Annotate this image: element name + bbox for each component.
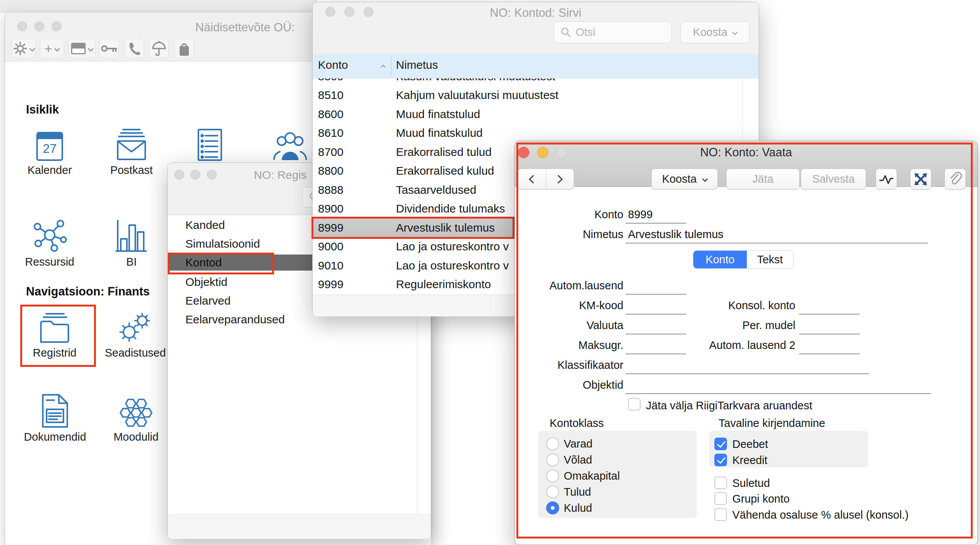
launcher-dokumendid[interactable]: Dokumendid [13,396,97,443]
expand-button[interactable] [910,169,931,190]
network-icon [32,219,67,253]
checkbox-grupi-konto[interactable] [714,492,727,505]
search-icon [560,27,572,38]
search-field[interactable]: Otsi [554,21,672,43]
table-row[interactable]: 8610Muud finatskulud [313,123,759,143]
zoom-button[interactable] [363,7,373,17]
radio-omakapital[interactable] [546,469,559,482]
zoom-button[interactable] [207,170,217,180]
konsol-konto-field[interactable] [799,301,860,315]
launcher-bi[interactable]: BI [89,221,174,268]
minimize-button[interactable] [34,21,44,31]
launcher-tasks[interactable] [168,129,252,161]
koosta-button[interactable]: Koosta [651,169,718,190]
km-kood-field[interactable] [626,301,686,315]
klassifikaator-field[interactable] [626,360,869,374]
close-button[interactable] [17,21,27,31]
checkbox-deebet[interactable] [714,438,727,450]
kontoklass-heading: Kontoklass [550,417,664,430]
sort-asc-icon [381,65,386,70]
launcher-postkast[interactable]: Postkast [89,129,174,177]
checkbox-vahenda[interactable] [714,508,727,521]
launcher-registrid[interactable]: Registrid [13,311,97,359]
phone-button[interactable] [124,39,144,58]
settings-gear-button[interactable] [11,39,36,58]
zoom-button[interactable] [52,21,62,31]
pulse-icon [878,173,895,186]
list-icon [198,129,222,161]
col-nimetus[interactable]: Nimetus [396,58,438,71]
radio-volad[interactable] [546,453,559,466]
radio-varad[interactable] [546,437,559,450]
table-row[interactable]: 8600Muud finatstulud [313,105,759,124]
window-title: NO: Kontod: Sirvi [490,6,581,20]
minimize-button[interactable] [190,170,200,180]
nimetus-label: Nimetus [528,228,623,241]
valuuta-field[interactable] [626,321,686,334]
koosta-button[interactable]: Koosta [680,21,750,43]
radio-volad-label: Võlad [564,454,592,466]
per-mudel-field[interactable] [799,321,860,334]
tab-konto[interactable]: Konto [693,251,747,268]
launcher-ressursid[interactable]: Ressursid [8,221,92,268]
login-key-button[interactable] [99,39,119,58]
bar-chart-icon [115,219,148,253]
gear-icon [13,42,27,55]
forward-button[interactable] [546,169,574,189]
tab-bar: Konto Tekst [693,251,793,268]
minimize-button[interactable] [344,7,354,17]
autom-lausend-field[interactable] [626,281,686,295]
objektid-field[interactable] [626,380,931,394]
salvesta-button[interactable]: Salvesta [801,169,866,190]
jata-button[interactable]: Jäta [726,169,800,190]
radio-tulud[interactable] [546,485,559,498]
expand-icon [913,172,928,187]
close-button[interactable] [518,147,529,158]
attachment-button[interactable] [944,169,966,190]
back-button[interactable] [518,169,546,189]
radio-kulud[interactable] [546,501,559,514]
table-row[interactable]: 8510Kahjum valuutakursi muutustest [313,86,759,105]
checkbox-suletud[interactable] [714,477,727,489]
key-icon [101,43,118,54]
klassifikaator-label: Klassifikaator [515,359,623,371]
window-title: NO: Konto: Vaata [700,146,792,159]
maksugr-field[interactable] [626,341,686,354]
chevron-down-icon [88,45,94,52]
zoom-button[interactable] [556,147,568,158]
window-view-button[interactable] [68,39,96,58]
valuuta-label: Valuuta [515,319,623,332]
close-button[interactable] [174,170,184,180]
phone-icon [127,41,141,56]
autom-lausend2-field[interactable] [799,341,860,354]
tab-tekst[interactable]: Tekst [747,251,793,268]
checkbox-vahenda-label: Vähenda osaluse % alusel (konsol.) [732,509,909,521]
riigitarkvara-checkbox[interactable] [628,398,641,410]
autom-lausend-label: Autom.lausend [515,279,623,292]
section-finants: Navigatsioon: Finants [26,285,150,298]
activity-button[interactable] [876,169,897,190]
shop-bag-button[interactable] [174,39,194,58]
table-row[interactable]: 8500Kasum valuutakursi muutustest [313,78,759,86]
add-button[interactable]: + [40,39,64,58]
column-divider[interactable] [391,56,391,76]
chevron-down-icon [702,176,708,182]
launcher-seadistused[interactable]: Seadistused [93,311,177,359]
umbrella-button[interactable] [149,39,169,58]
minimize-button[interactable] [537,147,548,158]
launcher-kalender[interactable]: 27 Kalender [8,129,92,177]
umbrella-icon [151,41,167,56]
close-button[interactable] [325,7,335,17]
chevron-down-icon [54,45,60,52]
vaata-titlebar: NO: Konto: Vaata Koosta Jäta Salvesta [515,141,977,187]
list-header[interactable]: Konto Nimetus [313,54,759,78]
section-isiklik: Isiklik [26,103,59,117]
maksugr-label: Maksugr. [515,339,623,352]
paperclip-icon [948,171,962,187]
kontod-titlebar: NO: Kontod: Sirvi Otsi Koosta [313,2,759,54]
bag-icon [177,41,192,56]
launcher-moodulid[interactable]: Moodulid [94,396,178,443]
konsol-konto-label: Konsol. konto [681,299,795,312]
checkbox-kreedit[interactable] [714,454,727,466]
col-konto[interactable]: Konto [318,58,348,71]
